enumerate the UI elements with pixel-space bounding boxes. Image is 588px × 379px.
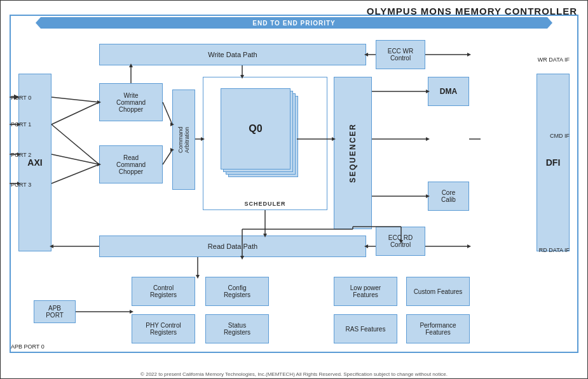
- block-performance-features: Performance Features: [406, 314, 470, 343]
- block-read-command-chopper: Read Command Chopper: [99, 145, 163, 183]
- block-write-command-chopper: Write Command Chopper: [99, 83, 163, 121]
- block-ecc-rd-control: ECC RD Control: [376, 227, 425, 256]
- priority-bar: END TO END PRIORITY: [36, 17, 552, 29]
- block-read-data-path: Read Data Path: [99, 236, 366, 257]
- block-dma: DMA: [428, 77, 469, 106]
- port-label-1: PORT 1: [11, 121, 31, 128]
- q0-block: Q0: [221, 88, 291, 170]
- block-write-data-path: Write Data Path: [99, 44, 366, 65]
- block-core-calib: Core Calib: [428, 182, 469, 211]
- block-command-arbitration: Command Arbitration: [172, 90, 195, 190]
- q0-stack-container: Q0: [221, 88, 302, 182]
- port-label-0: PORT 0: [11, 95, 31, 101]
- block-dfi: DFI: [537, 74, 570, 251]
- apb-port-label: APB PORT 0: [11, 343, 44, 350]
- port-label-3: PORT 3: [11, 182, 31, 188]
- block-control-registers: Control Registers: [132, 277, 195, 306]
- block-phy-control-registers: PHY Control Registers: [132, 314, 195, 343]
- rd-data-if-label: RD DATA IF: [539, 247, 570, 253]
- block-ras-features: RAS Features: [334, 314, 397, 343]
- block-config-registers: Config Registers: [205, 277, 269, 306]
- block-sequencer: SEQUENCER: [334, 77, 372, 229]
- cmd-if-label: CMD IF: [550, 133, 570, 139]
- main-container: OLYMPUS MONS MEMORY CONTROLLER END TO EN…: [0, 0, 588, 379]
- block-custom-features: Custom Features: [406, 277, 470, 306]
- block-status-registers: Status Registers: [205, 314, 269, 343]
- wr-data-if-label: WR DATA IF: [538, 57, 570, 63]
- scheduler-label: SCHEDULER: [203, 201, 327, 207]
- block-apb-port: APB PORT: [34, 300, 76, 323]
- footer-text: © 2022 to present California Memory Tech…: [1, 371, 587, 377]
- block-ecc-wr-control: ECC WR Control: [376, 40, 425, 69]
- port-label-2: PORT 2: [11, 152, 31, 158]
- block-low-power-features: Low power Features: [334, 277, 397, 306]
